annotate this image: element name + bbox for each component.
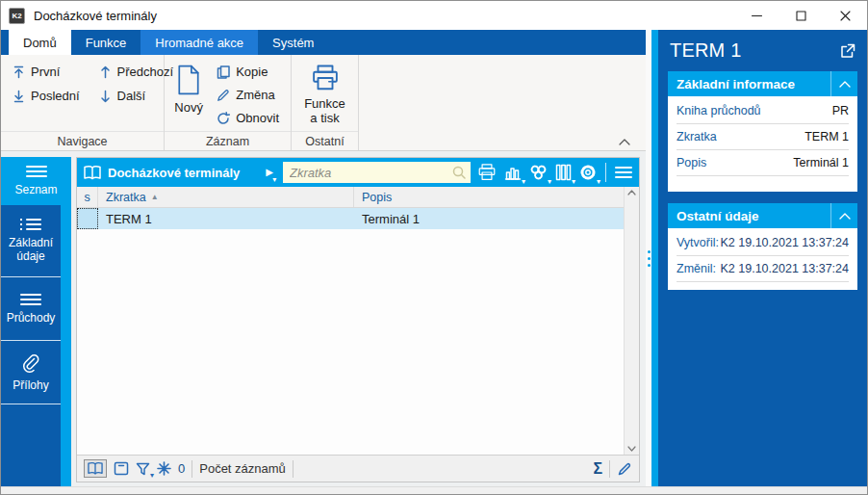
column-header-zkratka[interactable]: Zkratka ▲ [98, 187, 354, 207]
copy-icon [217, 65, 230, 79]
section-header[interactable]: Ostatní údaje [668, 203, 857, 228]
book-icon [87, 461, 104, 476]
filter-button[interactable]: ▾ [136, 462, 150, 476]
detail-row: Změnil: K2 19.10.2021 13:37:24 [677, 256, 849, 282]
last-icon [13, 90, 25, 103]
scroll-down-icon[interactable] [627, 446, 636, 452]
chevron-up-icon [839, 81, 851, 88]
list-icon [26, 166, 47, 177]
ribbon-group-label-ostatni: Ostatní [292, 131, 358, 150]
collapse-button[interactable] [830, 71, 857, 96]
status-separator [191, 460, 192, 478]
window-bottom-edge [1, 486, 867, 494]
book-view-toggle[interactable] [84, 459, 107, 478]
refresh-button[interactable]: Obnovit [213, 107, 283, 129]
card-icon [114, 461, 129, 476]
edit-pencil-icon [617, 461, 632, 477]
table-row-selected[interactable]: TERM 1 Terminál 1 [77, 208, 624, 229]
close-icon [840, 11, 851, 21]
ribbon-group-zaznam: Nový Kopie Změna [165, 55, 292, 150]
book-icon [83, 165, 102, 181]
toolbar-separator [605, 163, 606, 182]
functions-print-button[interactable]: Funkce a tisk [299, 61, 350, 131]
search-input[interactable] [283, 162, 471, 183]
field-value: PR [832, 104, 849, 117]
ribbon-group-label-zaznam: Záznam [165, 131, 291, 150]
gears-cluster-icon [529, 164, 548, 181]
ribbon-collapse-icon[interactable] [619, 139, 630, 145]
close-button[interactable] [823, 1, 867, 30]
new-record-button[interactable]: Nový [172, 61, 205, 131]
status-separator [293, 460, 294, 478]
section-title: Ostatní údaje [668, 209, 830, 223]
window-title: Docházkové terminály [34, 9, 157, 23]
gear-icon [579, 164, 597, 181]
panel-splitter[interactable] [646, 30, 658, 486]
minimize-button[interactable] [734, 1, 779, 30]
last-button[interactable]: Poslední [9, 85, 84, 107]
sum-button[interactable]: Σ [593, 460, 602, 478]
sidebar-item-zakladni-udaje[interactable]: Základní údaje [1, 205, 61, 277]
frozen-records-button[interactable] [157, 461, 171, 476]
caret-down-icon: ▾ [597, 177, 600, 186]
row-focus-cell[interactable] [77, 208, 98, 229]
sidebar-item-label: Přílohy [13, 378, 48, 392]
record-count-label: Počet záznamů [199, 461, 286, 476]
left-sidebar: Seznam Základní údaje Průchody Příl [1, 157, 71, 486]
sidebar-item-pruchody[interactable]: Průchody [1, 277, 61, 341]
new-record-label: Nový [174, 100, 203, 115]
ribbon: První Předchozí Poslední [1, 55, 646, 151]
copy-button[interactable]: Kopie [213, 61, 283, 83]
field-label: Vytvořil: [677, 236, 719, 249]
cell-popis[interactable]: Terminál 1 [354, 208, 624, 229]
copy-label: Kopie [236, 65, 268, 79]
settings-button[interactable]: ▾ [578, 163, 598, 182]
search-icon [451, 165, 467, 180]
column-header-popis[interactable]: Popis [354, 187, 624, 207]
first-button[interactable]: První [9, 61, 84, 83]
sidebar-item-label: Základní údaje [3, 236, 59, 263]
browse-header: Docházkové terminály ▶ ▾ [77, 158, 639, 187]
field-value: Terminál 1 [793, 156, 849, 169]
sidebar-item-prilohy[interactable]: Přílohy [1, 341, 61, 404]
tab-funkce[interactable]: Funkce [71, 30, 141, 55]
grid-column-header: s Zkratka ▲ Popis [77, 187, 624, 208]
ribbon-group-ostatni: Funkce a tisk Ostatní [292, 55, 359, 150]
app-window: K2 Docházkové terminály Domů Funkce Hrom… [0, 0, 868, 495]
vertical-scrollbar[interactable] [624, 187, 639, 455]
section-title: Základní informace [668, 77, 830, 91]
chart-button[interactable]: ▾ [503, 163, 523, 182]
filter-funnel-icon [136, 462, 150, 476]
maximize-button[interactable] [779, 1, 823, 30]
status-separator [609, 460, 610, 478]
caret-down-icon: ▾ [522, 177, 525, 186]
section-zakladni-informace: Základní informace Kniha průchodů PR Zkr… [668, 71, 857, 192]
detail-row: Popis Terminál 1 [677, 150, 849, 176]
records-grid: s Zkratka ▲ Popis [77, 187, 624, 455]
field-label: Změnil: [677, 262, 716, 275]
run-query-button[interactable]: ▶ ▾ [266, 168, 273, 177]
automation-button[interactable]: ▾ [528, 163, 549, 182]
tab-domu[interactable]: Domů [9, 30, 71, 55]
card-view-toggle[interactable] [114, 461, 129, 476]
new-document-icon [176, 65, 201, 95]
detail-panel: TERM 1 Základní informace Kniha průchodů… [658, 30, 867, 486]
tab-system[interactable]: Systém [258, 30, 328, 55]
k2-app-icon: K2 [9, 8, 25, 24]
grid-empty-area [77, 229, 624, 455]
caret-down-icon: ▾ [572, 177, 575, 186]
browse-menu-button[interactable] [614, 165, 633, 180]
collapse-button[interactable] [830, 203, 857, 228]
tab-hromadne-akce[interactable]: Hromadné akce [140, 30, 258, 55]
open-external-icon[interactable] [840, 43, 855, 59]
quick-edit-button[interactable] [617, 461, 632, 477]
ribbon-tab-bar: Domů Funkce Hromadné akce Systém [1, 30, 646, 55]
print-browse-button[interactable] [476, 163, 498, 182]
change-button[interactable]: Změna [213, 84, 283, 106]
scroll-up-icon[interactable] [627, 190, 636, 195]
cell-zkratka[interactable]: TERM 1 [98, 208, 354, 229]
title-bar: K2 Docházkové terminály [1, 1, 867, 30]
columns-button[interactable]: ▾ [554, 163, 573, 182]
column-header-s[interactable]: s [77, 187, 98, 207]
section-header[interactable]: Základní informace [668, 71, 857, 96]
